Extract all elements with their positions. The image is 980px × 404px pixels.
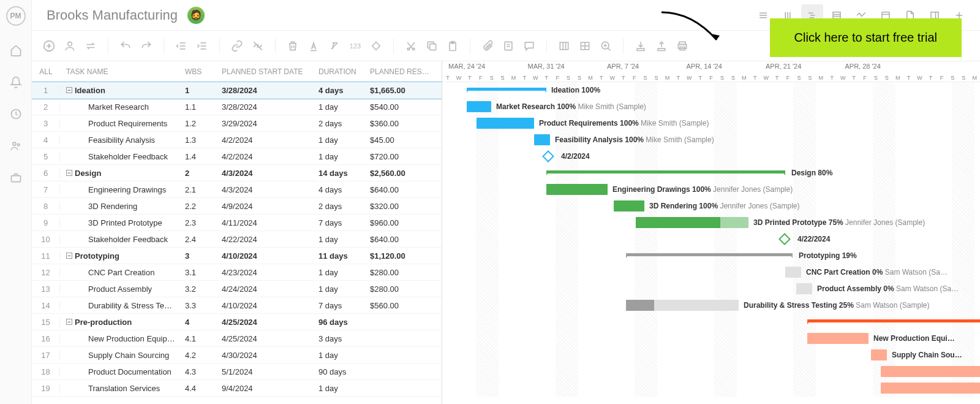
grid-row[interactable]: 12CNC Part Creation3.14/23/20241 day$280… (32, 264, 442, 281)
undo-icon[interactable] (118, 39, 133, 53)
cut-icon[interactable] (404, 39, 418, 53)
grid-row[interactable]: 11−Prototyping34/10/202411 days$1,120.00 (32, 248, 442, 264)
task-name: Prototyping (75, 251, 119, 261)
grid-row[interactable]: 83D Rendering2.24/9/20242 days$320.00 (32, 198, 442, 215)
start-cell: 4/10/2024 (222, 301, 318, 310)
gantt-task-bar[interactable] (871, 349, 887, 360)
col-all[interactable]: ALL (32, 67, 60, 76)
cta-free-trial-button[interactable]: Click here to start free trial (770, 18, 962, 57)
grid-row[interactable]: 10Stakeholder Feedback2.44/22/20241 day$… (32, 231, 442, 248)
gantt-task-bar[interactable] (636, 217, 748, 228)
add-task-icon[interactable] (42, 39, 56, 53)
attach-icon[interactable] (480, 39, 495, 53)
grid-row[interactable]: 18Product Documentation4.35/1/202490 day… (32, 364, 442, 380)
columns-icon[interactable] (557, 39, 571, 53)
grid-row[interactable]: 4Feasibility Analysis1.34/2/20241 day$45… (32, 132, 442, 148)
import-icon[interactable] (633, 39, 648, 53)
link-icon[interactable] (230, 39, 244, 53)
gantt-task-bar[interactable] (881, 366, 980, 377)
grid-row[interactable]: 3Product Requirements1.23/29/20242 days$… (32, 115, 442, 132)
gantt-summary-bar[interactable] (807, 319, 980, 322)
comment-icon[interactable] (522, 39, 537, 53)
col-resource[interactable]: PLANNED RES… (370, 67, 437, 76)
grid-row[interactable]: 1−Ideation13/28/20244 days$1,665.00 (32, 82, 442, 99)
indent-icon[interactable] (195, 39, 209, 53)
start-cell: 4/2/2024 (222, 152, 318, 161)
duration-cell: 1 day (318, 268, 370, 277)
gantt-task-bar[interactable] (796, 283, 812, 294)
col-wbs[interactable]: WBS (185, 67, 222, 76)
gantt-task-bar[interactable] (546, 184, 608, 195)
home-icon[interactable] (9, 43, 23, 58)
gantt-summary-bar[interactable] (546, 170, 785, 173)
gantt-task-bar[interactable] (467, 101, 491, 112)
grid-icon[interactable] (578, 39, 592, 53)
outdent-icon[interactable] (174, 39, 189, 53)
shape-icon[interactable] (369, 39, 383, 53)
gantt-body[interactable]: Ideation 100%Market Research 100% Mike S… (442, 82, 980, 397)
team-icon[interactable] (9, 139, 23, 153)
grid-row[interactable]: 16New Production Equip…4.14/25/20243 day… (32, 330, 442, 347)
col-start[interactable]: PLANNED START DATE (222, 67, 318, 76)
grid-row[interactable]: 13Product Assembly3.24/24/20241 day$280.… (32, 281, 442, 297)
clock-icon[interactable] (9, 107, 23, 121)
briefcase-icon[interactable] (9, 170, 23, 185)
grid-row[interactable]: 17Supply Chain Sourcing4.24/30/20241 day (32, 347, 442, 364)
gantt-summary-bar[interactable] (626, 253, 793, 256)
number-icon[interactable]: 123 (348, 39, 363, 53)
grid-row[interactable]: 7Engineering Drawings2.14/3/20244 days$6… (32, 181, 442, 198)
grid-row[interactable]: 2Market Research1.13/28/20241 day$540.00 (32, 99, 442, 115)
row-index: 18 (32, 367, 60, 376)
gantt-task-bar[interactable] (614, 200, 644, 212)
row-index: 14 (32, 301, 60, 310)
delete-icon[interactable] (285, 39, 300, 53)
col-task[interactable]: TASK NAME (62, 67, 185, 76)
gantt-task-bar[interactable] (785, 267, 801, 278)
task-name: Supply Chain Sourcing (88, 351, 169, 360)
svg-line-51 (608, 48, 610, 50)
gantt-task-bar[interactable] (534, 134, 550, 145)
gantt-chart[interactable]: MAR, 24 '24MAR, 31 '24APR, 7 '24APR, 14 … (442, 61, 980, 404)
start-cell: 4/3/2024 (222, 185, 318, 194)
collapse-toggle-icon[interactable]: − (66, 170, 72, 176)
start-cell: 4/23/2024 (222, 268, 318, 277)
resource-cell: $2,560.00 (370, 169, 437, 178)
duration-cell: 7 days (318, 301, 370, 310)
svg-rect-54 (637, 48, 644, 50)
assign-icon[interactable] (62, 39, 77, 53)
grid-row[interactable]: 15−Pre-production44/25/202496 days (32, 314, 442, 330)
notes-icon[interactable] (501, 39, 516, 53)
redo-icon[interactable] (139, 39, 154, 53)
collapse-toggle-icon[interactable]: − (66, 319, 72, 325)
copy-icon[interactable] (424, 39, 439, 53)
gantt-milestone[interactable] (778, 233, 791, 245)
col-duration[interactable]: DURATION (318, 67, 370, 76)
grid-row[interactable]: 14Durability & Stress Te…3.34/10/20247 d… (32, 297, 442, 314)
grid-row[interactable]: 6−Design24/3/202414 days$2,560.00 (32, 165, 442, 181)
logo-pm[interactable]: PM (6, 6, 26, 26)
bell-icon[interactable] (9, 75, 23, 90)
clear-format-icon[interactable] (327, 39, 342, 53)
duration-cell: 1 day (318, 384, 370, 393)
grid-row[interactable]: 19Translation Services4.49/4/20241 day (32, 380, 442, 397)
paste-icon[interactable] (445, 39, 460, 53)
row-index: 15 (32, 318, 60, 327)
grid-row[interactable]: 5Stakeholder Feedback1.44/2/20241 day$72… (32, 148, 442, 165)
avatar[interactable]: 🧔 (187, 7, 205, 24)
grid-row[interactable]: 93D Printed Prototype2.34/11/20247 days$… (32, 215, 442, 231)
gantt-task-bar[interactable] (477, 118, 534, 129)
gantt-summary-bar[interactable] (467, 88, 546, 91)
collapse-toggle-icon[interactable]: − (66, 253, 72, 259)
gantt-task-bar[interactable] (807, 333, 869, 344)
swap-icon[interactable] (83, 39, 98, 53)
gantt-task-bar[interactable] (626, 300, 739, 311)
unlink-icon[interactable] (251, 39, 265, 53)
wbs-cell: 4.2 (185, 351, 222, 360)
zoom-icon[interactable] (598, 39, 613, 53)
start-cell: 5/1/2024 (222, 367, 318, 376)
gantt-bar-label: Market Research 100% Mike Smith (Sample) (496, 102, 646, 111)
text-color-icon[interactable] (306, 39, 321, 53)
collapse-toggle-icon[interactable]: − (66, 87, 72, 93)
gantt-task-bar[interactable] (881, 383, 980, 394)
gantt-milestone[interactable] (542, 150, 554, 162)
